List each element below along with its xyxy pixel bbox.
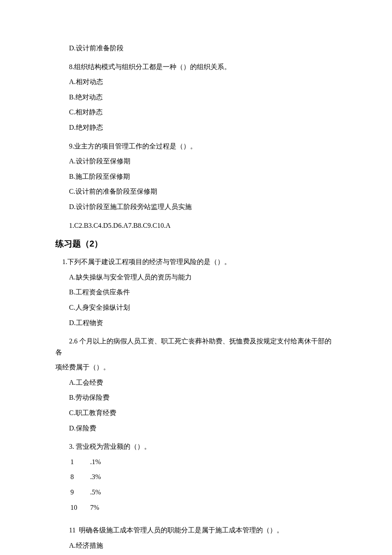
q8-option-d: D.绝对静态 bbox=[55, 122, 337, 133]
s2q2-stem-line1: 2.6 个月以上的病假人员工资、职工死亡丧葬补助费、抚恤费及按规定支付给离休干部… bbox=[55, 336, 337, 357]
q9-option-c: C.设计前的准备阶段至保修期 bbox=[55, 186, 337, 197]
s2q2-option-a: A.工会经费 bbox=[55, 377, 337, 388]
s2q3-r4-num: 10 bbox=[69, 502, 84, 517]
s2q1-option-a: A.缺失操纵与安全管理人员的资历与能力 bbox=[55, 272, 337, 283]
s2q3-r3-num: 9 bbox=[69, 487, 84, 502]
s2q1-option-c: C.人身安全操纵计划 bbox=[55, 302, 337, 313]
s2q3-stem: 3. 营业税为营业额的（）。 bbox=[55, 441, 337, 452]
q8-option-a: A.相对动态 bbox=[55, 76, 337, 87]
q8-stem: 8.组织结构模式与组织分工都是一种（）的组织关系。 bbox=[55, 61, 337, 73]
s2q4-stem-row: 11 明确各级施工成本管理人员的职能分工是属于施工成本管理的（）。 bbox=[55, 525, 337, 536]
q8-option-c: C.相对静态 bbox=[55, 107, 337, 118]
q8-option-b: B.绝对动态 bbox=[55, 92, 337, 103]
q9-option-d: D.设计阶段至施工阶段旁站监理人员实施 bbox=[55, 201, 337, 212]
s2q3-r2-val: .3% bbox=[90, 471, 101, 487]
section2-heading: 练习题（2） bbox=[55, 237, 337, 250]
section1-answers: 1.C2.B3.C4.D5.D6.A7.B8.C9.C10.A bbox=[55, 220, 337, 231]
s2q4-num: 11 bbox=[69, 526, 75, 534]
s2q2-option-d: D.保险费 bbox=[55, 423, 337, 434]
s2q3-r1-val: .1% bbox=[90, 456, 101, 472]
q9-stem: 9.业主方的项目管理工作的全过程是（）。 bbox=[55, 141, 337, 152]
s2q3-r2-num: 8 bbox=[69, 471, 84, 487]
q9-option-a: A.设计阶段至保修期 bbox=[55, 156, 337, 167]
s2q3-r4-val: 7% bbox=[90, 502, 101, 517]
s2q1-stem: 1.下列不属于建设工程项目的经济与管理风险的是（）。 bbox=[55, 256, 337, 267]
q7-option-d: D.设计前准备阶段 bbox=[55, 43, 337, 54]
s2q2-option-b: B.劳动保险费 bbox=[55, 392, 337, 403]
s2q1-option-b: B.工程资金供应条件 bbox=[55, 287, 337, 298]
s2q3-r1-num: 1 bbox=[69, 456, 84, 472]
s2q3-r3-val: .5% bbox=[90, 487, 101, 502]
s2q4-option-a: A.经济措施 bbox=[55, 540, 337, 551]
s2q2-option-c: C.职工教育经费 bbox=[55, 407, 337, 418]
s2q2-stem-line2: 项经费属于（）。 bbox=[55, 362, 337, 373]
q9-option-b: B.施工阶段至保修期 bbox=[55, 171, 337, 182]
s2q1-option-d: D.工程物资 bbox=[55, 317, 337, 328]
s2q4-stem: 明确各级施工成本管理人员的职能分工是属于施工成本管理的（）。 bbox=[79, 526, 283, 534]
s2q3-options-table: 1 .1% 8 .3% 9 .5% 10 7% bbox=[69, 456, 101, 517]
